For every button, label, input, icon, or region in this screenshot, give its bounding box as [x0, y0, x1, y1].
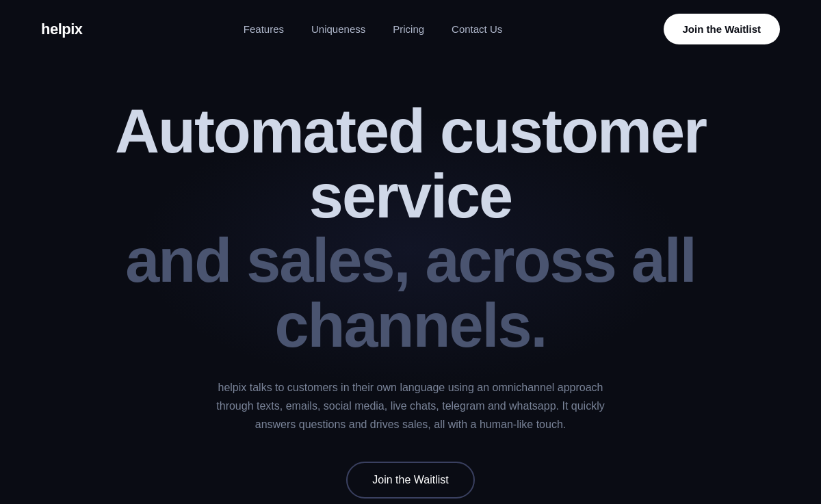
logo: helpix [41, 21, 83, 38]
hero-section: Automated customer service and sales, ac… [0, 58, 821, 504]
hero-content: Automated customer service and sales, ac… [27, 99, 794, 504]
hero-title: Automated customer service and sales, ac… [27, 99, 794, 358]
nav-item-pricing[interactable]: Pricing [393, 23, 424, 36]
nav-join-waitlist-button[interactable]: Join the Waitlist [664, 14, 780, 44]
nav-item-features[interactable]: Features [244, 23, 284, 36]
nav-item-contact[interactable]: Contact Us [452, 23, 502, 36]
navbar: helpix Features Uniqueness Pricing Conta… [0, 0, 821, 58]
hero-join-waitlist-button[interactable]: Join the Waitlist [346, 462, 474, 499]
nav-item-uniqueness[interactable]: Uniqueness [311, 23, 365, 36]
nav-links: Features Uniqueness Pricing Contact Us [244, 23, 502, 36]
hero-subtitle: helpix talks to customers in their own l… [198, 378, 623, 434]
